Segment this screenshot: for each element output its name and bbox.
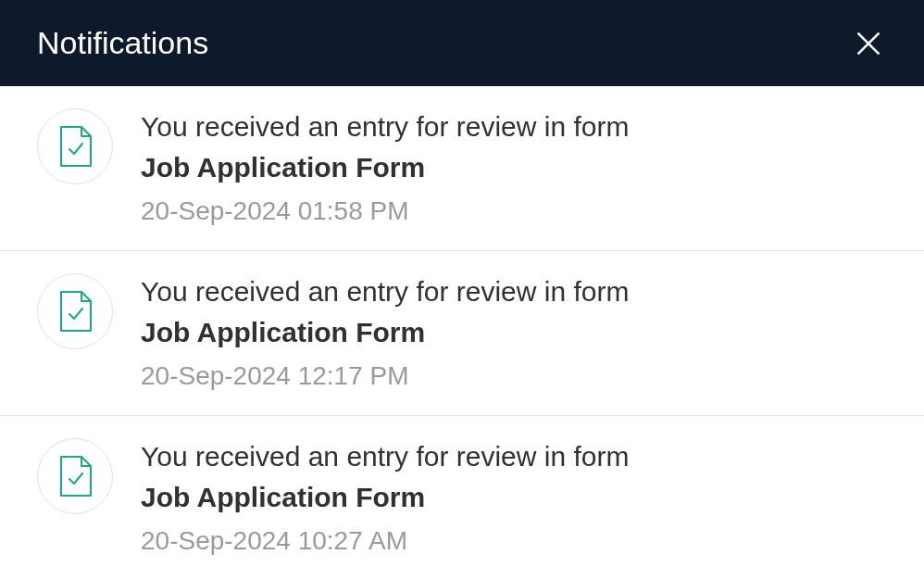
notifications-header: Notifications — [0, 0, 924, 86]
notification-icon-circle — [37, 108, 113, 184]
notification-timestamp: 20-Sep-2024 12:17 PM — [141, 361, 887, 391]
close-button[interactable] — [850, 25, 887, 62]
close-icon — [854, 29, 883, 58]
notification-content: You received an entry for review in form… — [141, 271, 887, 391]
notification-icon-circle — [37, 438, 113, 514]
notification-timestamp: 20-Sep-2024 10:27 AM — [141, 526, 887, 556]
notification-message: You received an entry for review in form — [141, 271, 887, 312]
notification-content: You received an entry for review in form… — [141, 107, 887, 226]
document-check-icon — [57, 455, 93, 498]
document-check-icon — [57, 125, 93, 168]
notifications-list: You received an entry for review in form… — [0, 86, 924, 567]
document-check-icon — [57, 290, 93, 333]
notification-content: You received an entry for review in form… — [141, 436, 887, 556]
notification-message: You received an entry for review in form — [141, 436, 887, 477]
notification-item[interactable]: You received an entry for review in form… — [0, 416, 924, 567]
notification-form-name: Job Application Form — [141, 312, 887, 353]
header-title: Notifications — [37, 25, 208, 61]
notification-item[interactable]: You received an entry for review in form… — [0, 86, 924, 251]
notification-timestamp: 20-Sep-2024 01:58 PM — [141, 196, 887, 226]
notification-form-name: Job Application Form — [141, 477, 887, 518]
notification-form-name: Job Application Form — [141, 147, 887, 188]
notification-icon-circle — [37, 273, 113, 349]
notification-message: You received an entry for review in form — [141, 107, 887, 147]
notification-item[interactable]: You received an entry for review in form… — [0, 251, 924, 416]
